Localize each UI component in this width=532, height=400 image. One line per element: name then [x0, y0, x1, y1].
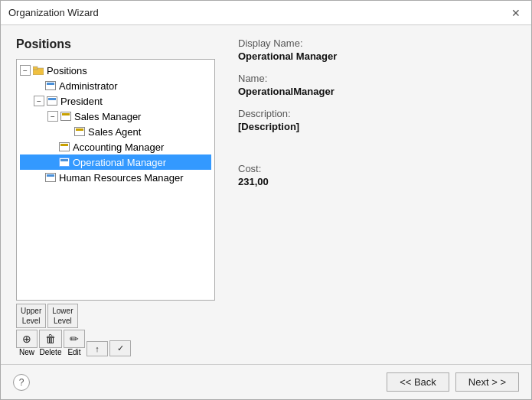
pos-icon-operational-manager: [58, 157, 70, 167]
confirm-button[interactable]: ✓: [109, 340, 131, 356]
tree-label-hr-manager: Human Resources Manager: [59, 172, 184, 184]
svg-rect-1: [33, 67, 38, 70]
pos-icon-sales-manager: [60, 111, 72, 122]
pos-icon-administrator: [44, 80, 57, 91]
upper-level-button[interactable]: UpperLevel: [16, 304, 46, 328]
expand-sales-manager[interactable]: −: [47, 111, 58, 122]
description-group: Description: [Description]: [238, 108, 516, 132]
tree-item-positions[interactable]: − Positions: [20, 63, 211, 78]
display-name-value: Operational Manager: [238, 50, 516, 62]
footer-right: << Back Next > >: [387, 372, 519, 392]
tree-item-accounting-manager[interactable]: Accounting Manager: [20, 139, 211, 154]
tree-label-operational-manager: Operational Manager: [73, 157, 166, 168]
tree-item-sales-agent[interactable]: Sales Agent: [20, 124, 211, 139]
display-name-label: Display Name:: [238, 37, 516, 49]
edit-button[interactable]: ✏: [64, 330, 85, 348]
section-title: Positions: [16, 37, 215, 51]
folder-icon: [32, 65, 44, 76]
next-button[interactable]: Next > >: [455, 372, 519, 392]
help-button[interactable]: ?: [13, 374, 30, 391]
tree-label-president: President: [60, 96, 103, 107]
footer: ? << Back Next > >: [1, 364, 531, 399]
tree-item-president[interactable]: − President: [20, 93, 211, 109]
tree-item-hr-manager[interactable]: Human Resources Manager: [20, 170, 211, 185]
name-value: OperationalManager: [238, 86, 516, 97]
tree-label-sales-manager: Sales Manager: [74, 111, 141, 122]
lower-level-button[interactable]: LowerLevel: [47, 304, 77, 328]
display-name-group: Display Name: Operational Manager: [238, 37, 516, 62]
new-label: New: [19, 348, 34, 356]
description-value: [Description]: [238, 121, 516, 132]
content-area: Positions − Positions Administrator: [1, 25, 531, 364]
cost-value: 231,00: [238, 176, 516, 187]
right-panel: Display Name: Operational Manager Name: …: [230, 37, 516, 356]
pos-icon-sales-agent: [73, 126, 86, 137]
expand-positions[interactable]: −: [20, 65, 31, 76]
tree-item-sales-manager[interactable]: − Sales Manager: [20, 109, 211, 124]
footer-left: ?: [13, 374, 30, 391]
delete-button[interactable]: 🗑: [39, 330, 62, 348]
tree-item-administrator[interactable]: Administrator: [20, 78, 211, 93]
cost-group: Cost: 231,00: [238, 163, 516, 187]
close-button[interactable]: ✕: [508, 5, 524, 21]
pos-icon-accounting-manager: [58, 141, 70, 152]
move-up-button[interactable]: ↑: [86, 341, 108, 356]
toolbar-row: UpperLevelLowerLevel⊕New🗑Delete✏Edit↑✓: [16, 304, 215, 356]
tree-label-accounting-manager: Accounting Manager: [73, 141, 164, 153]
dialog-title: Organization Wizard: [8, 7, 99, 18]
pos-icon-hr-manager: [44, 172, 57, 183]
title-bar: Organization Wizard ✕: [1, 1, 531, 25]
expand-president[interactable]: −: [34, 96, 44, 106]
tree-label-positions: Positions: [47, 65, 87, 76]
tree-label-sales-agent: Sales Agent: [88, 126, 141, 138]
tree-item-operational-manager[interactable]: Operational Manager: [20, 154, 211, 170]
name-label: Name:: [238, 73, 516, 84]
left-panel: Positions − Positions Administrator: [16, 37, 215, 356]
pos-icon-president: [46, 96, 58, 106]
organization-wizard-dialog: Organization Wizard ✕ Positions − Positi…: [0, 0, 532, 400]
delete-label: Delete: [40, 348, 62, 356]
cost-label: Cost:: [238, 163, 516, 174]
tree-container[interactable]: − Positions Administrator −: [16, 59, 215, 301]
description-label: Description:: [238, 108, 516, 119]
edit-label: Edit: [67, 348, 80, 356]
name-group: Name: OperationalManager: [238, 73, 516, 97]
new-button[interactable]: ⊕: [16, 330, 38, 348]
back-button[interactable]: << Back: [387, 372, 449, 392]
tree-label-administrator: Administrator: [59, 80, 118, 92]
